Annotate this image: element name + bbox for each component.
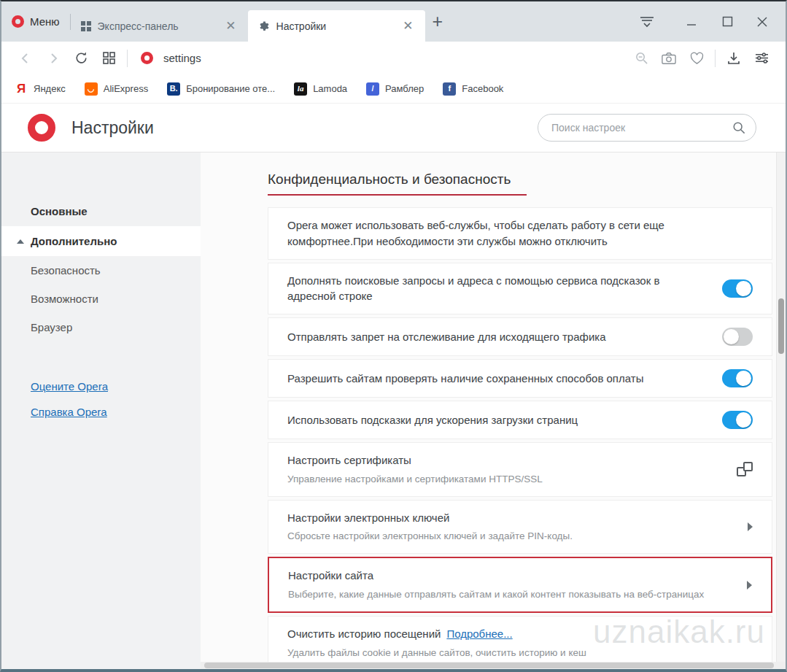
bookmark-label: Facebook (462, 83, 503, 94)
site-badge-opera-icon[interactable] (141, 52, 153, 64)
zoom-out-icon[interactable] (627, 47, 655, 70)
page-title: Настройки (71, 118, 154, 138)
chevron-right-icon[interactable] (747, 581, 752, 590)
maximize-button[interactable] (710, 7, 745, 36)
settings-row: Отправлять запрет на отслеживание для ис… (268, 317, 772, 356)
bookmark-item[interactable]: fFacebook (443, 82, 503, 96)
settings-row-title: Отправлять запрет на отслеживание для ис… (287, 329, 709, 345)
toggle-switch[interactable] (722, 328, 753, 346)
address-toolbar: settings (1, 42, 786, 74)
close-tab-icon[interactable]: ✕ (398, 17, 417, 35)
settings-main: Конфиденциальность и безопасность Opera … (201, 152, 786, 669)
toggle-knob (736, 412, 751, 428)
settings-row-subtitle: Управление настройками и сертификатами H… (287, 473, 724, 487)
bookmark-favicon-icon: / (366, 82, 379, 96)
sidebar-item-section[interactable]: Дополнительно (1, 226, 201, 256)
toggle-switch[interactable] (722, 411, 753, 429)
opera-menu-button[interactable]: Меню (1, 6, 70, 37)
bookmark-label: Рамблер (385, 83, 424, 94)
settings-row-subtitle: Удалить файлы cookie и данные сайтов, оч… (287, 646, 740, 660)
opera-logo-icon (12, 15, 24, 28)
bookmark-favicon-icon: B. (167, 82, 180, 96)
scrollbar-thumb[interactable] (204, 663, 774, 668)
settings-row-text: Использовать подсказки для ускорения заг… (287, 412, 722, 428)
sidebar-item-sub[interactable]: Безопасность (1, 256, 201, 285)
settings-row-text: Opera может использовать веб-службы, что… (287, 217, 753, 250)
tab-menu-icon[interactable] (629, 7, 664, 36)
window-controls (629, 1, 786, 42)
section-title: Конфиденциальность и безопасность (268, 171, 527, 196)
tab-speed-dial[interactable]: Экспресс-панель ✕ (71, 10, 248, 42)
toggle-switch[interactable] (722, 369, 753, 387)
settings-row[interactable]: Настройки электронных ключейСбросьте нас… (268, 500, 772, 555)
horizontal-scrollbar[interactable] (201, 662, 786, 669)
bookmark-label: Lamoda (313, 83, 347, 94)
sidebar-item-label: Основные (31, 205, 88, 217)
settings-row-title: Разрешить сайтам проверять наличие сохра… (287, 371, 709, 387)
settings-row-text: Настройки электронных ключейСбросьте нас… (287, 510, 748, 544)
easy-setup-sliders-icon[interactable] (748, 47, 775, 70)
close-tab-icon[interactable]: ✕ (221, 17, 240, 35)
bookmark-favicon-icon: f (443, 82, 456, 96)
sidebar-link[interactable]: Оцените Opera (1, 374, 201, 399)
sidebar-item-label: Возможности (31, 293, 98, 305)
sidebar-item-label: Безопасность (31, 264, 101, 277)
bookmark-item[interactable]: ЯЯндекс (15, 82, 66, 96)
back-icon[interactable] (12, 47, 39, 70)
settings-row-title: Настройки электронных ключей (287, 510, 734, 526)
bookmark-label: AliExpress (104, 83, 148, 94)
settings-search-box[interactable] (538, 114, 756, 142)
settings-row[interactable]: Настроить сертификатыУправление настройк… (268, 442, 772, 497)
speed-dial-grid-icon[interactable] (95, 47, 123, 70)
sidebar-item-label: Дополнительно (31, 235, 117, 247)
sidebar-link[interactable]: Справка Opera (1, 399, 201, 425)
sidebar-item-sub[interactable]: Браузер (1, 313, 201, 341)
manage-external-icon[interactable] (737, 462, 753, 476)
forward-icon[interactable] (39, 47, 67, 70)
bookmark-favicon-icon: la (294, 82, 307, 96)
settings-row-text: Настройки сайтаВыберите, какие данные от… (288, 568, 747, 602)
address-url[interactable]: settings (163, 52, 627, 64)
bookmark-item[interactable]: laLamoda (294, 82, 347, 96)
sidebar-item-label: Браузер (31, 321, 72, 333)
tab-bar: Меню Экспресс-панель ✕ Настройки ✕ + (1, 1, 786, 42)
settings-row-text: Настроить сертификатыУправление настройк… (287, 452, 737, 487)
chevron-right-icon[interactable] (748, 522, 753, 531)
bookmark-item[interactable]: /Рамблер (366, 82, 424, 96)
bookmark-item[interactable]: B.Бронирование оте... (167, 82, 275, 96)
search-icon[interactable] (732, 121, 745, 134)
scrollbar-thumb[interactable] (778, 298, 784, 354)
settings-row[interactable]: Настройки сайтаВыберите, какие данные от… (268, 557, 772, 613)
close-window-button[interactable] (745, 7, 780, 36)
settings-row-text: Отправлять запрет на отслеживание для ис… (287, 329, 722, 345)
sidebar-item-section[interactable]: Основные (1, 196, 201, 226)
snapshot-camera-icon[interactable] (655, 47, 683, 70)
minimize-button[interactable] (675, 7, 710, 36)
tab-label: Настройки (276, 20, 399, 32)
bookmark-item[interactable]: ◡AliExpress (85, 82, 148, 96)
settings-sidebar: ОсновныеДополнительноБезопасностьВозможн… (1, 152, 201, 669)
new-tab-button[interactable]: + (425, 11, 454, 32)
settings-row-text: Очистить историю посещенийПодробнее...Уд… (287, 626, 753, 660)
search-input[interactable] (551, 122, 732, 134)
divider (715, 50, 716, 67)
tab-settings[interactable]: Настройки ✕ (248, 10, 425, 42)
details-link[interactable]: Подробнее... (446, 627, 512, 640)
downloads-icon[interactable] (720, 47, 748, 70)
speed-dial-icon (81, 21, 91, 31)
settings-row-subtitle: Сбросьте настройки электронных ключей и … (287, 530, 734, 544)
settings-row-subtitle: Выберите, какие данные отправлять сайтам… (288, 588, 734, 602)
settings-row: Дополнять поисковые запросы и адреса с п… (268, 263, 772, 315)
reload-icon[interactable] (67, 47, 95, 70)
browser-window: Меню Экспресс-панель ✕ Настройки ✕ + (0, 0, 787, 672)
settings-row-title: Opera может использовать веб-службы, что… (287, 217, 740, 250)
sidebar-item-sub[interactable]: Возможности (1, 285, 201, 313)
menu-label: Меню (30, 15, 60, 28)
settings-row: Разрешить сайтам проверять наличие сохра… (268, 359, 772, 398)
toggle-switch[interactable] (722, 279, 753, 298)
settings-row-title: Настройки сайта (288, 568, 734, 584)
bookmark-heart-icon[interactable] (683, 47, 710, 70)
settings-header: Настройки (1, 104, 786, 152)
vertical-scrollbar[interactable] (776, 152, 786, 662)
settings-row-text: Разрешить сайтам проверять наличие сохра… (287, 371, 722, 387)
